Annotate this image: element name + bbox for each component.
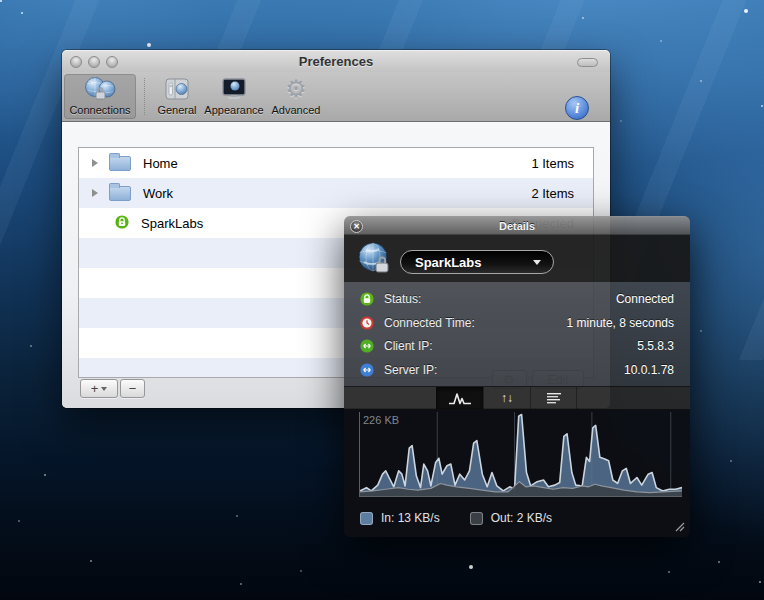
- desktop-wallpaper: Preferences: [0, 0, 764, 600]
- disclosure-triangle-icon[interactable]: [92, 189, 98, 197]
- connected-time-value: 1 minute, 8 seconds: [567, 316, 674, 330]
- connected-lock-icon: [115, 215, 129, 232]
- row-count: 2 Items: [531, 186, 574, 201]
- window-title: Preferences: [62, 54, 610, 69]
- resize-grip[interactable]: [672, 519, 685, 532]
- disclosure-triangle-icon[interactable]: [92, 159, 98, 167]
- waveform-icon: [448, 391, 472, 406]
- log-lines-icon: [546, 392, 562, 405]
- tab-connection-log[interactable]: [530, 387, 577, 409]
- server-ip-row: Server IP: 10.0.1.78: [344, 357, 690, 383]
- toolbar-item-label: General: [157, 104, 196, 116]
- legend-out-swatch: [470, 512, 483, 525]
- traffic-graph-panel: 226 KB In: 13 KB/s Out: 2 KB/s: [344, 410, 690, 537]
- details-header: SparkLabs: [344, 235, 690, 282]
- legend-in-swatch: [360, 512, 373, 525]
- window-controls: [70, 56, 118, 68]
- clock-icon: [360, 316, 374, 330]
- preferences-titlebar[interactable]: Preferences: [62, 50, 610, 72]
- toolbar-item-label: Appearance: [204, 104, 263, 116]
- row-name: Work: [143, 186, 173, 201]
- info-icon: i: [565, 96, 589, 120]
- advanced-gear-icon: ⚙: [285, 74, 307, 104]
- tab-traffic-graph[interactable]: [436, 387, 483, 409]
- details-tabbar: ↑↓: [344, 386, 690, 410]
- toolbar-item-label: Connections: [69, 104, 130, 116]
- toolbar-toggle-pill[interactable]: [577, 58, 598, 67]
- row-name: Home: [143, 156, 178, 171]
- toolbar-item-advanced[interactable]: ⚙ Advanced: [267, 74, 325, 119]
- status-value: Connected: [616, 292, 674, 306]
- preferences-toolbar: Connections General: [62, 72, 610, 122]
- status-row: Status: Connected: [344, 286, 690, 312]
- toolbar-separator: [144, 78, 145, 115]
- zoom-window-button[interactable]: [106, 56, 118, 68]
- close-window-button[interactable]: [70, 56, 82, 68]
- toolbar-item-label: Advanced: [272, 104, 321, 116]
- connected-time-label: Connected Time:: [384, 316, 475, 330]
- folder-icon: [109, 186, 131, 201]
- legend-in-label: In: 13 KB/s: [381, 511, 440, 525]
- selected-connection: SparkLabs: [415, 255, 481, 270]
- row-count: 1 Items: [531, 156, 574, 171]
- row-name: SparkLabs: [141, 216, 203, 231]
- remove-connection-button[interactable]: −: [120, 379, 145, 398]
- details-titlebar[interactable]: ✕ Details: [344, 216, 690, 235]
- toolbar-item-connections[interactable]: Connections: [64, 74, 136, 119]
- general-icon: [164, 74, 190, 104]
- details-title: Details: [499, 220, 535, 232]
- server-ip-arrow-icon: [360, 363, 374, 377]
- plus-icon: +: [91, 381, 99, 396]
- client-ip-label: Client IP:: [384, 339, 433, 353]
- client-ip-row: Client IP: 5.5.8.3: [344, 333, 690, 359]
- connections-icon: [84, 74, 116, 104]
- chevron-down-icon: [101, 387, 107, 391]
- traffic-chart: [360, 412, 682, 496]
- appearance-icon: [220, 74, 248, 104]
- status-lock-icon: [360, 292, 374, 306]
- status-label: Status:: [384, 292, 421, 306]
- minimize-window-button[interactable]: [88, 56, 100, 68]
- up-down-arrows-icon: ↑↓: [501, 391, 513, 405]
- close-icon[interactable]: ✕: [350, 220, 363, 233]
- client-ip-arrow-icon: [360, 339, 374, 353]
- chevron-down-icon: [533, 260, 541, 265]
- traffic-plot-area: [359, 412, 682, 497]
- folder-icon: [109, 156, 131, 171]
- server-ip-label: Server IP:: [384, 363, 437, 377]
- add-connection-button[interactable]: +: [80, 379, 118, 398]
- minus-icon: −: [129, 381, 137, 396]
- connection-selector-dropdown[interactable]: SparkLabs: [400, 250, 554, 274]
- list-item-home[interactable]: Home 1 Items: [79, 148, 593, 178]
- list-item-work[interactable]: Work 2 Items: [79, 178, 593, 208]
- client-ip-value: 5.5.8.3: [637, 339, 674, 353]
- toolbar-item-appearance[interactable]: Appearance: [201, 74, 267, 119]
- legend-out-label: Out: 2 KB/s: [491, 511, 552, 525]
- details-info-rows: Status: Connected Connected Time: 1 minu…: [344, 282, 690, 386]
- server-ip-value: 10.0.1.78: [624, 363, 674, 377]
- traffic-legend: In: 13 KB/s Out: 2 KB/s: [360, 511, 552, 525]
- toolbar-item-general[interactable]: General: [153, 74, 201, 119]
- tab-traffic-totals[interactable]: ↑↓: [483, 387, 530, 409]
- details-window: ✕ Details: [344, 216, 690, 537]
- graph-scale-label: 226 KB: [363, 414, 399, 426]
- vpn-globe-lock-icon: [356, 241, 392, 281]
